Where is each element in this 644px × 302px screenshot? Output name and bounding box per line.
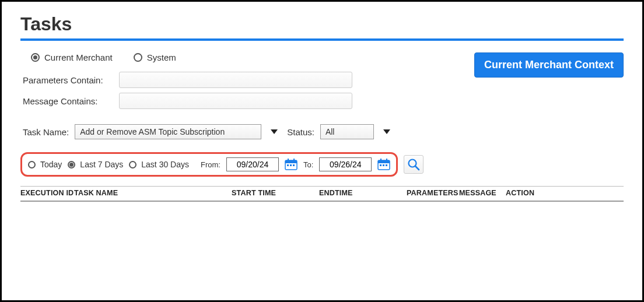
radio-dot-icon [129,161,136,168]
radio-last7-label: Last 7 Days [80,160,123,169]
title-rule [20,38,624,41]
radio-dot-icon [31,53,40,62]
svg-rect-12 [383,164,384,166]
status-select[interactable]: All [320,124,374,139]
parameters-contain-input[interactable] [119,72,352,88]
svg-rect-6 [293,164,295,166]
radio-last-30-days[interactable]: Last 30 Days [129,160,189,169]
current-merchant-context-button[interactable]: Current Merchant Context [474,52,624,78]
col-action: ACTION [506,189,558,197]
date-range-filter: Today Last 7 Days Last 30 Days From: [20,152,398,177]
col-message: MESSAGE [459,189,506,197]
radio-current-merchant-label: Current Merchant [44,52,113,62]
col-execution-id: EXECUTION ID [20,189,74,197]
to-date-input[interactable] [319,157,372,171]
parameters-contain-label: Parameters Contain: [23,75,113,85]
chevron-down-icon [271,129,278,134]
svg-rect-10 [386,159,387,161]
svg-rect-3 [293,159,295,161]
col-task-name: TASK NAME [74,189,232,197]
svg-rect-13 [386,164,387,166]
svg-rect-8 [378,160,390,163]
radio-last-7-days[interactable]: Last 7 Days [68,160,123,169]
to-label: To: [303,160,313,169]
task-name-value: Add or Remove ASM Topic Subscription [80,127,225,136]
radio-today[interactable]: Today [28,160,62,169]
message-contains-label: Message Contains: [23,96,113,106]
radio-dot-icon [28,161,36,168]
status-value: All [326,127,335,136]
chevron-down-icon [383,129,390,134]
col-start-time: START TIME [232,189,319,197]
from-label: From: [201,160,220,169]
page-title: Tasks [20,13,624,35]
radio-dot-icon [134,53,142,62]
results-table-header: EXECUTION ID TASK NAME START TIME ENDTIM… [20,186,624,202]
message-contains-input[interactable] [119,93,352,109]
svg-rect-1 [285,160,297,163]
svg-rect-5 [290,164,292,166]
task-name-label: Task Name: [23,127,69,137]
svg-rect-11 [380,164,382,166]
from-date-input[interactable] [226,157,279,171]
svg-rect-4 [287,164,289,166]
status-label: Status: [287,127,314,137]
col-parameters: PARAMETERS [407,189,459,197]
svg-rect-9 [380,159,382,161]
radio-system[interactable]: System [134,52,176,62]
col-end-time: ENDTIME [319,189,407,197]
task-name-select[interactable]: Add or Remove ASM Topic Subscription [75,124,261,139]
search-icon [407,158,420,171]
radio-dot-icon [68,161,75,168]
radio-system-label: System [147,52,176,62]
svg-line-15 [415,166,419,170]
tasks-page: Tasks Current Merchant System Parameters… [0,0,644,302]
search-button[interactable] [404,155,424,174]
radio-last30-label: Last 30 Days [141,160,189,169]
calendar-icon[interactable] [285,159,298,170]
radio-today-label: Today [40,160,62,169]
radio-current-merchant[interactable]: Current Merchant [31,52,113,62]
svg-rect-2 [288,159,289,161]
scope-radio-group: Current Merchant System [20,52,474,69]
calendar-icon[interactable] [377,159,390,170]
